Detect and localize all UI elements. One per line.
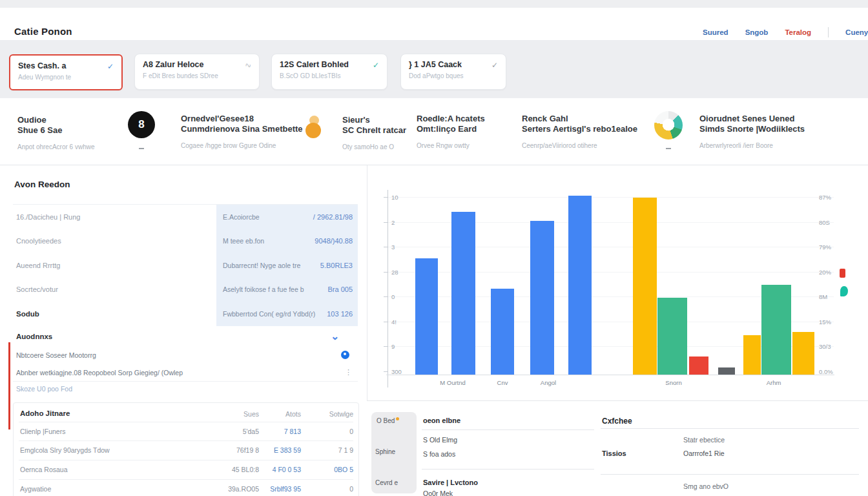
chart-gridline	[388, 222, 834, 223]
stat-card-2[interactable]: A8 Zalur Heloce ∿ F eDit Bres bundes SDr…	[134, 54, 260, 90]
stat-card-1-title: Stes Cash. a	[18, 61, 114, 70]
bottom-right-value-top: Statr ebectice	[683, 436, 725, 444]
right-axis-tick-label: 79%	[819, 243, 845, 251]
nav-link-2[interactable]: Sngob	[745, 28, 769, 36]
column-header-3: Sotwlge	[304, 410, 353, 418]
chart-bar	[743, 335, 761, 375]
feature-item-3[interactable]: Sieur's SC Chrelt ratcar Oty samoHo ae O	[342, 115, 406, 152]
chart-bottom-divider	[367, 400, 868, 401]
chart-gridline	[388, 296, 834, 297]
column-header-2: Atots	[256, 410, 301, 418]
chart-bar	[530, 221, 554, 375]
bottom-left-table: Adoho Jitnare Sues Atots Sotwlge Clienlp…	[13, 402, 359, 496]
yellow-dot-icon	[396, 417, 399, 420]
menu-item-3[interactable]: Cevrd e	[375, 479, 398, 486]
nav-link-4[interactable]: Cuenya Cuo	[845, 28, 868, 36]
cell-label: E.Acoiorcbe	[223, 213, 260, 221]
stat-card-4-title: } 1 JA5 Caack	[409, 60, 498, 69]
stat-card-1-subtitle: Adeu Wymgnon te	[18, 74, 114, 81]
feature-2-sub: Cogaee /hgge brow Ggure Odine	[181, 141, 303, 151]
link-row[interactable]: Abnber wetkiagjne.08 Reopobeol Sorp Gieg…	[13, 364, 358, 382]
top-nav: Suured Sngob Teralog Cuenya Cuo	[703, 27, 868, 37]
row-separator	[601, 428, 859, 429]
menu-item-2[interactable]: Sphine	[375, 448, 395, 455]
chart-y-axis	[388, 190, 388, 388]
black-circle-8-icon: 8	[128, 111, 155, 138]
feature-item-6[interactable]: Oiorudnet Senes Uened Simds Snorte |Wodi…	[699, 114, 805, 151]
nav-link-3[interactable]: Teralog	[785, 28, 811, 36]
row-separator	[422, 469, 594, 470]
detail-row-cell: M teee eb.fon 9048/)40.88	[216, 229, 358, 253]
feature-item-1[interactable]: Oudioe Shue 6 Sae Anpot ohrecAcror 6 vwh…	[17, 115, 95, 152]
top-strip	[0, 0, 868, 8]
cell-value: Bra 005	[327, 285, 353, 293]
feature-3-line1: Sieur's	[342, 115, 406, 125]
y-axis-tick-label: 2	[391, 218, 412, 225]
table-row[interactable]: Aygwatioe 39a.RO05 Srblf93 95 0	[14, 479, 358, 496]
row-value-link[interactable]: 4 F0 0 53	[256, 466, 301, 473]
right-axis-tick-label: 80S	[819, 218, 845, 225]
stat-card-3[interactable]: 12S Calert Bohled ✓ B.ScO GD bLIesTBIs	[271, 54, 388, 90]
detail-row-label: Aueend Rrrttg	[16, 262, 60, 269]
detail-row-label: Socrtec/votur	[16, 285, 58, 293]
row-value-link[interactable]: 7 813	[256, 428, 301, 435]
x-axis-category-label: Cnv	[477, 379, 528, 386]
content-top-divider	[0, 165, 868, 165]
feature-item-4[interactable]: Roedle:A hcatets Omt:linço Eard Orvee Rn…	[417, 114, 485, 151]
expand-row[interactable]: Auodnnxs ⌄	[13, 326, 358, 347]
teal-marker-icon	[840, 286, 848, 296]
feature-1-sub: Anpot ohrecAcror 6 vwhwe	[17, 142, 95, 152]
detail-row-label: Cnoolytieedes	[16, 237, 61, 245]
bottom-right-row-label: Tissios	[602, 450, 626, 457]
kebab-icon[interactable]: ⋮	[345, 368, 352, 377]
orange-figure-icon	[305, 116, 322, 139]
bottom-middle-row3-title: Savire | Lvctono	[423, 479, 478, 486]
check-icon: ✓	[107, 62, 114, 71]
expand-row-label: Auodnnxs	[16, 333, 52, 340]
feature-5-line1: Renck Gahl	[522, 114, 637, 124]
dashboard-page: Catie Ponon Suured Sngob Teralog Cuenya …	[0, 0, 868, 496]
cell-label: Aselylt foikose f a fue fee b	[223, 285, 304, 293]
stat-card-1[interactable]: Stes Cash. a ✓ Adeu Wymgnon te	[9, 54, 123, 90]
stat-card-4[interactable]: } 1 JA5 Caack ✓ Dod aPwtgo bques	[400, 54, 506, 90]
menu-item-1[interactable]: O Bed	[377, 417, 399, 424]
row-value-link[interactable]: E 383 59	[256, 446, 301, 454]
y-axis-tick-label: 0	[391, 293, 412, 300]
link-row[interactable]: Nbtcoere Soseer Mootorrg	[13, 347, 358, 364]
feature-1-line1: Oudioe	[17, 115, 95, 125]
row-value-link[interactable]: Srblf93 95	[256, 485, 301, 493]
table-row[interactable]: Clienlp |Funers 5'da5 7 813 0	[14, 422, 358, 440]
bottom-middle-row2-line2: S foa ados	[423, 450, 455, 458]
row-value-link[interactable]: 0BO 5	[304, 466, 353, 473]
detail-row: Socrtec/votur Aselylt foikose f a fue fe…	[13, 277, 358, 302]
detail-row-cell: Fwbberrtod Con( eg/rd Ydbd(r) 103 126	[216, 302, 358, 326]
feature-2-line2: Cunmdrienova Sina Smetbette	[181, 124, 303, 134]
x-axis-category-label: Arhm	[748, 379, 800, 386]
row-name: Aygwatioe	[20, 485, 51, 493]
feature-item-5[interactable]: Renck Gahl Serters Aertisgl's rebo1ealoe…	[522, 114, 637, 151]
detail-row-label: Sodub	[16, 310, 39, 318]
row-name: Oernca Rosaua	[20, 466, 68, 473]
y-axis-tick-label: 300	[391, 367, 412, 375]
blue-dot-icon	[341, 351, 349, 359]
feature-6-sub: Arberwrlyreorli /ierr Boore	[699, 141, 805, 151]
y-axis-tick-label: 28	[391, 268, 412, 275]
panel-divider	[367, 165, 367, 400]
pie-chart-icon	[654, 111, 683, 140]
feature-item-2[interactable]: Ornedvel'Gesee18 Cunmdrienova Sina Smetb…	[181, 114, 303, 151]
bottom-right-footer: Smg ano ebvO	[683, 482, 728, 490]
chevron-down-icon[interactable]: ⌄	[331, 333, 339, 340]
orange-figure-body	[305, 123, 321, 138]
chart-bar	[415, 258, 438, 375]
chart-bar	[451, 212, 475, 375]
chart-gridline	[388, 272, 834, 273]
table-row[interactable]: Emglcola Slry 90arygds Tdow 76f19 8 E 38…	[14, 440, 358, 460]
row-value: 7 1 9	[304, 446, 353, 454]
chart-bar	[689, 356, 708, 375]
table-row[interactable]: Oernca Rosaua 45 BL0:8 4 F0 0 53 0BO 5	[14, 460, 358, 479]
bottom-middle-row3-line: Oo0r Mek	[423, 490, 453, 496]
feature-6-line1: Oiorudnet Senes Uened	[699, 114, 805, 124]
y-axis-tick-label: 3	[391, 243, 412, 251]
muted-link[interactable]: Skoze U0 poo Fod	[16, 385, 72, 393]
nav-link-1[interactable]: Suured	[703, 28, 728, 36]
